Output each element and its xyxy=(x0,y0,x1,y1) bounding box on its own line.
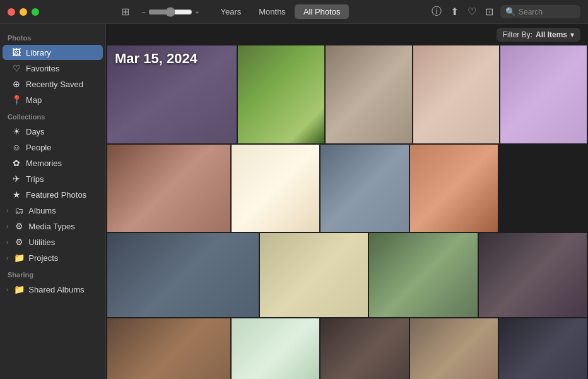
photo-cell[interactable] xyxy=(232,145,319,232)
sidebar-item-memories[interactable]: ✿ Memories xyxy=(3,155,103,171)
projects-arrow-icon: › xyxy=(6,255,8,262)
utilities-arrow-icon: › xyxy=(6,239,8,246)
collections-section-label: Collections xyxy=(0,108,105,123)
sidebar-item-featured-photos[interactable]: ★ Featured Photos xyxy=(3,187,103,202)
zoom-max-icon: + xyxy=(195,8,199,16)
info-icon[interactable]: ⓘ xyxy=(430,3,444,20)
filter-button[interactable]: Filter By: All Items ▾ xyxy=(497,28,580,42)
shared-albums-icon: 📁 xyxy=(14,284,24,294)
photo-cell[interactable] xyxy=(107,145,230,232)
sidebar-label-favorites: Favorites xyxy=(26,64,59,73)
photo-cell[interactable] xyxy=(107,318,230,379)
photo-cell[interactable] xyxy=(499,145,587,232)
photo-cell[interactable] xyxy=(326,45,412,143)
projects-icon: 📁 xyxy=(14,253,24,263)
sidebar-label-recently-saved: Recently Saved xyxy=(26,80,83,89)
search-input[interactable] xyxy=(519,8,575,16)
sidebar-item-days[interactable]: ☀ Days xyxy=(3,124,103,139)
filter-label: Filter By: xyxy=(503,30,532,39)
photo-cell[interactable] xyxy=(479,233,587,317)
sidebar-label-utilities: Utilities xyxy=(28,238,55,247)
nav-tabs: Years Months All Photos xyxy=(211,4,349,19)
media-types-arrow-icon: › xyxy=(6,223,8,230)
utilities-icon: ⚙ xyxy=(14,237,24,247)
map-icon: 📍 xyxy=(11,95,21,105)
window-controls xyxy=(8,8,39,16)
sidebar-label-shared-albums: Shared Albums xyxy=(28,285,84,294)
grid-row-2 xyxy=(107,145,587,232)
filter-value: All Items xyxy=(536,30,567,39)
sidebar-label-memories: Memories xyxy=(26,159,62,168)
heart-icon[interactable]: ♡ xyxy=(466,4,478,20)
tab-months[interactable]: Months xyxy=(250,4,295,19)
search-icon: 🔍 xyxy=(505,7,515,16)
sidebar-item-albums[interactable]: › 🗂 Albums xyxy=(3,203,103,218)
photo-cell[interactable] xyxy=(260,233,368,317)
sidebar-item-media-types[interactable]: › ⚙ Media Types xyxy=(3,219,103,234)
photo-cell[interactable] xyxy=(232,318,319,379)
zoom-min-icon: − xyxy=(142,8,146,16)
titlebar-actions: ⓘ ⬆ ♡ ⊡ 🔍 xyxy=(430,3,580,20)
sidebar-item-shared-albums[interactable]: › 📁 Shared Albums xyxy=(3,282,103,297)
days-icon: ☀ xyxy=(11,126,21,136)
crop-icon[interactable]: ⊡ xyxy=(483,4,495,20)
main-layout: Photos 🖼 Library ♡ Favorites ⊕ Recently … xyxy=(0,24,588,379)
sidebar-item-people[interactable]: ☺ People xyxy=(3,140,103,155)
photo-cell[interactable] xyxy=(238,45,324,143)
minimize-button[interactable] xyxy=(20,8,27,16)
photo-cell[interactable] xyxy=(320,318,408,379)
heart-sidebar-icon: ♡ xyxy=(11,63,21,73)
sidebar-item-favorites[interactable]: ♡ Favorites xyxy=(3,61,103,76)
featured-photos-icon: ★ xyxy=(11,190,21,200)
people-icon: ☺ xyxy=(11,142,21,152)
view-toggle: ⊞ xyxy=(121,6,129,18)
photo-cell[interactable] xyxy=(410,145,498,232)
sidebar-label-projects: Projects xyxy=(28,253,58,263)
content-area: Filter By: All Items ▾ Mar 15, 2024 xyxy=(106,24,588,379)
titlebar: ⊞ − + Years Months All Photos ⓘ ⬆ ♡ ⊡ 🔍 xyxy=(0,0,588,24)
sidebar-item-trips[interactable]: ✈ Trips xyxy=(3,171,103,186)
share-icon[interactable]: ⬆ xyxy=(449,4,461,20)
albums-icon: 🗂 xyxy=(14,205,24,215)
sidebar-label-albums: Albums xyxy=(28,206,56,215)
sidebar-item-projects[interactable]: › 📁 Projects xyxy=(3,250,103,265)
sidebar-label-library: Library xyxy=(26,48,51,57)
grid-row-3 xyxy=(107,233,587,317)
sidebar: Photos 🖼 Library ♡ Favorites ⊕ Recently … xyxy=(0,24,106,379)
grid-row-4 xyxy=(107,318,587,379)
trips-icon: ✈ xyxy=(11,174,21,184)
close-button[interactable] xyxy=(8,8,15,16)
zoom-slider[interactable] xyxy=(148,7,192,17)
tab-all-photos[interactable]: All Photos xyxy=(295,4,350,19)
recently-saved-icon: ⊕ xyxy=(11,79,21,89)
titlebar-center: ⊞ − + Years Months All Photos xyxy=(47,4,423,19)
photo-cell[interactable] xyxy=(107,233,259,317)
library-icon: 🖼 xyxy=(11,47,21,57)
photo-cell[interactable] xyxy=(499,318,587,379)
sidebar-label-days: Days xyxy=(26,127,45,136)
photo-cell[interactable] xyxy=(500,45,587,143)
maximize-button[interactable] xyxy=(32,8,39,16)
sidebar-item-utilities[interactable]: › ⚙ Utilities xyxy=(3,234,103,250)
zoom-slider-container: − + xyxy=(142,7,199,17)
date-label: Mar 15, 2024 xyxy=(115,51,197,67)
memories-icon: ✿ xyxy=(11,158,21,168)
sidebar-label-people: People xyxy=(26,143,51,152)
sidebar-label-media-types: Media Types xyxy=(28,222,74,231)
photo-cell[interactable] xyxy=(320,145,408,232)
sharing-section-label: Sharing xyxy=(0,266,105,281)
photo-cell[interactable] xyxy=(413,45,500,143)
albums-arrow-icon: › xyxy=(6,207,8,214)
filter-chevron-icon: ▾ xyxy=(570,30,574,39)
photo-cell[interactable] xyxy=(410,318,498,379)
sidebar-label-map: Map xyxy=(26,95,42,105)
grid-view-icon[interactable]: ⊞ xyxy=(121,6,129,18)
sidebar-item-library[interactable]: 🖼 Library xyxy=(3,45,103,60)
sidebar-item-recently-saved[interactable]: ⊕ Recently Saved xyxy=(3,76,103,92)
tab-years[interactable]: Years xyxy=(211,4,250,19)
photo-cell[interactable] xyxy=(369,233,477,317)
content-toolbar: Filter By: All Items ▾ xyxy=(106,24,588,45)
sidebar-item-map[interactable]: 📍 Map xyxy=(3,92,103,107)
sidebar-label-trips: Trips xyxy=(26,174,44,184)
photo-grid[interactable]: Mar 15, 2024 xyxy=(106,45,588,379)
